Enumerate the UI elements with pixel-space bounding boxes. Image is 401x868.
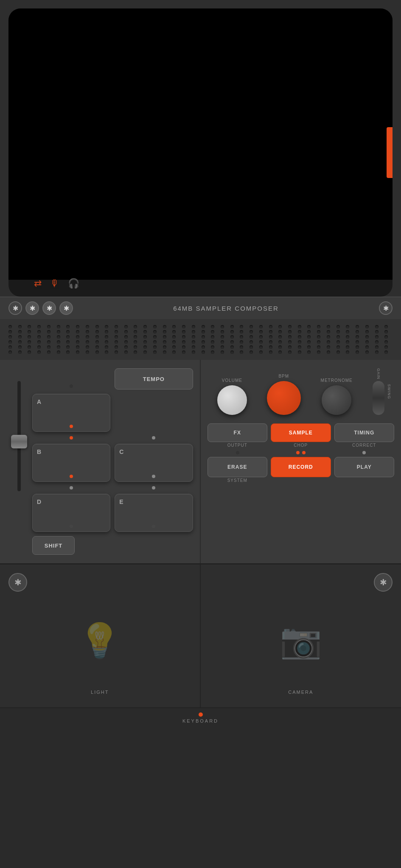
pad-a-label: A <box>37 398 41 405</box>
pad-e[interactable]: E <box>115 494 193 532</box>
grille-dot <box>66 345 70 349</box>
asterisk-button-right[interactable]: ✱ <box>379 301 393 315</box>
erase-button[interactable]: ERASE <box>208 457 268 477</box>
grille-dot <box>269 330 272 334</box>
slider-thumb[interactable] <box>11 435 27 448</box>
grille-dot <box>259 340 263 344</box>
top-indicator-left <box>70 384 73 388</box>
grille-dot <box>307 351 311 354</box>
grille-dot <box>134 340 137 344</box>
grille-dot <box>327 325 330 328</box>
headphone-icon[interactable]: 🎧 <box>68 278 79 289</box>
pad-c[interactable]: C <box>115 444 193 482</box>
asterisk-button-1[interactable]: ✱ <box>25 301 39 315</box>
record-button[interactable]: RECORD <box>271 457 331 477</box>
mic-icon[interactable]: 🎙 <box>50 278 59 289</box>
grille-dot <box>365 345 369 349</box>
grille-dot <box>317 330 320 334</box>
volume-knob[interactable] <box>217 385 247 415</box>
keyboard-label: KEYBOARD <box>182 718 219 723</box>
grille-dot <box>384 340 388 344</box>
pad-a[interactable]: A <box>32 394 110 432</box>
grille-dot <box>57 340 60 344</box>
bpm-knob[interactable] <box>267 381 301 415</box>
record-group: RECORD <box>271 457 331 483</box>
grille-dot <box>375 330 379 334</box>
grille-dot <box>269 345 272 349</box>
grille-dot <box>192 351 195 354</box>
controls-right: VOLUME BPM METRONOME GAIN SWING FX OUTPU… <box>201 360 401 563</box>
grille-dot <box>375 340 379 344</box>
grille-dot <box>327 335 330 339</box>
metro-group: METRONOME <box>321 378 353 415</box>
grille-dot <box>230 325 234 328</box>
tempo-button[interactable]: TEMPO <box>115 368 193 389</box>
asterisk-button-2[interactable]: ✱ <box>42 301 56 315</box>
erase-indicator <box>236 451 239 454</box>
shuffle-icon[interactable]: ⇄ <box>34 278 42 289</box>
gain-slider[interactable] <box>373 381 384 415</box>
grille-dot <box>221 340 224 344</box>
grille-dot <box>28 325 31 328</box>
pad-c-indicator <box>152 475 155 478</box>
controls-left: TEMPO A B C <box>0 360 201 563</box>
grille-dot <box>153 345 157 349</box>
grille-dot <box>182 330 185 334</box>
swing-label: SWING <box>387 384 391 399</box>
slider-track[interactable] <box>17 381 21 491</box>
metro-knob[interactable] <box>322 385 351 415</box>
grille-dot <box>356 325 359 328</box>
grille-dot <box>307 340 311 344</box>
bottom-left-asterisk[interactable]: ✱ <box>8 573 27 592</box>
grille-dot <box>163 345 166 349</box>
grille-dot <box>384 345 388 349</box>
grille-dot <box>288 330 292 334</box>
grille-dot <box>202 345 205 349</box>
grille-dot <box>259 345 263 349</box>
grille-dot <box>57 351 60 354</box>
fx-group: FX OUTPUT <box>208 423 268 448</box>
grille-dot <box>143 330 147 334</box>
asterisk-button-3[interactable]: ✱ <box>59 301 73 315</box>
gain-group: GAIN SWING <box>373 368 384 415</box>
grille-dot <box>105 335 108 339</box>
grille-dot <box>143 345 147 349</box>
shift-button[interactable]: SHIFT <box>32 536 75 555</box>
fx-button[interactable]: FX <box>208 423 268 442</box>
bottom-right-asterisk[interactable]: ✱ <box>374 573 393 592</box>
speaker-grille <box>0 319 401 360</box>
indicator-d-left <box>70 486 73 490</box>
grille-dot <box>37 330 41 334</box>
grille-dot <box>115 340 118 344</box>
grille-dot <box>307 330 311 334</box>
grille-dot <box>288 335 292 339</box>
grille-dot <box>278 335 282 339</box>
grille-dot <box>18 345 22 349</box>
header-bar: ✱ ✱ ✱ ✱ 64MB SAMPLER COMPOSER ✱ <box>0 297 401 319</box>
grille-dot <box>182 335 185 339</box>
grille-dot <box>95 351 99 354</box>
grille-dot <box>365 330 369 334</box>
grille-dot <box>163 325 166 328</box>
light-icon-area: 💡 <box>79 592 121 690</box>
grille-dot <box>278 325 282 328</box>
pad-b-indicator <box>70 475 73 478</box>
asterisk-button-left[interactable]: ✱ <box>8 301 22 315</box>
sample-button[interactable]: SAMPLE <box>271 423 331 442</box>
bpm-label: BPM <box>278 374 289 378</box>
grille-dot <box>57 330 60 334</box>
play-button[interactable]: PLAY <box>334 457 395 477</box>
sample-sub-label: CHOP <box>271 443 331 448</box>
grille-dot <box>346 345 349 349</box>
grille-dot <box>124 325 128 328</box>
grille-dot <box>211 340 214 344</box>
grille-dot <box>37 351 41 354</box>
grille-dot <box>240 345 243 349</box>
grille-dot <box>8 330 12 334</box>
timing-button[interactable]: TIMING <box>334 423 395 442</box>
volume-label: VOLUME <box>222 378 242 383</box>
grille-dot <box>134 351 137 354</box>
pad-b[interactable]: B <box>32 444 110 482</box>
grille-dot <box>384 335 388 339</box>
pad-d[interactable]: D <box>32 494 110 532</box>
